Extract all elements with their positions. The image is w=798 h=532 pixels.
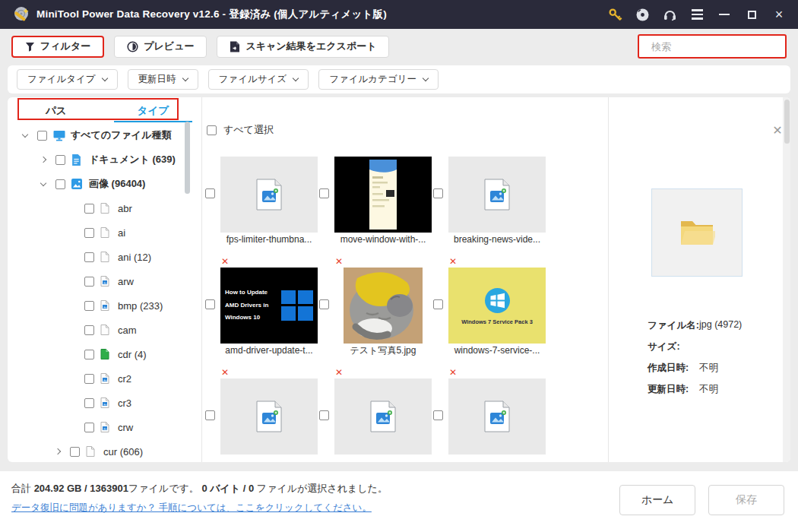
- tree-item-images[interactable]: 画像 (96404): [8, 172, 192, 196]
- file-type-dropdown[interactable]: ファイルタイプ: [17, 69, 118, 90]
- file-checkbox[interactable]: [433, 410, 443, 420]
- license-key-icon[interactable]: [603, 4, 626, 25]
- chevron-down-icon: [182, 75, 188, 81]
- chevron-down-icon: [293, 75, 299, 81]
- preview-eye-icon: [127, 41, 138, 52]
- tree-item-ai[interactable]: ai: [8, 220, 192, 245]
- chevron-right-icon[interactable]: [55, 448, 61, 454]
- tree-item-cr3[interactable]: cr3: [8, 391, 192, 415]
- tab-type[interactable]: タイプ: [105, 99, 202, 122]
- maximize-icon[interactable]: [740, 4, 763, 25]
- checkbox[interactable]: [84, 325, 94, 335]
- chevron-right-icon[interactable]: [40, 157, 46, 163]
- filter-button[interactable]: フィルター: [11, 36, 104, 58]
- minimize-icon[interactable]: [713, 4, 736, 25]
- close-panel-icon[interactable]: ✕: [771, 125, 784, 137]
- tree-item-ani[interactable]: ani (12): [8, 245, 192, 269]
- tree-item-all-file-types[interactable]: すべてのファイル種類: [8, 123, 192, 147]
- thumbnail-amd-banner: How to Update AMD Drivers in Windows 10: [220, 268, 318, 344]
- file-checkbox[interactable]: [433, 299, 443, 309]
- file-card[interactable]: ✕: [334, 368, 432, 462]
- checkbox[interactable]: [84, 204, 94, 214]
- panel-scrollbar[interactable]: [783, 97, 790, 462]
- grid-cell: ✕ Windows 7 Service Pack 3 windows-7-ser…: [433, 257, 547, 368]
- checkbox[interactable]: [84, 252, 94, 262]
- modified-date-dropdown[interactable]: 更新日時: [128, 69, 198, 90]
- preview-box: [651, 188, 743, 277]
- close-icon[interactable]: ×: [768, 4, 790, 25]
- sidebar-divider: [201, 97, 202, 462]
- grid-cell: ✕ How to Update AMD Drivers in Windows 1…: [205, 257, 319, 368]
- thumbnail-placeholder: [220, 378, 318, 454]
- file-checkbox[interactable]: [205, 410, 215, 420]
- dropdown-label: ファイルサイズ: [219, 73, 287, 86]
- file-icon: [86, 446, 99, 457]
- tree-item-cdr[interactable]: cdr (4): [8, 342, 192, 366]
- checkbox[interactable]: [84, 374, 94, 384]
- tree-item-cam[interactable]: cam: [8, 318, 192, 342]
- file-card[interactable]: move-window-with-...: [334, 146, 432, 257]
- help-link[interactable]: データ復旧に問題がありますか？ 手順については、ここをクリックしてください。: [11, 502, 372, 515]
- file-checkbox[interactable]: [433, 188, 443, 198]
- chevron-down-icon[interactable]: [40, 179, 46, 185]
- thumbnail-text: Windows 7 Service Pack 3: [461, 318, 533, 325]
- checkbox[interactable]: [70, 447, 80, 457]
- checkbox[interactable]: [84, 350, 94, 359]
- checkbox[interactable]: [55, 155, 65, 165]
- tree-item-label: cr2: [118, 373, 131, 385]
- checkbox[interactable]: [84, 423, 94, 432]
- file-name: fps-limiter-thumbna...: [220, 233, 318, 247]
- file-checkbox[interactable]: [205, 299, 215, 309]
- checkbox[interactable]: [84, 398, 94, 408]
- tree-item-cur[interactable]: cur (606): [8, 439, 192, 462]
- sidebar-scrollbar-thumb[interactable]: [185, 122, 190, 194]
- tree-item-crw[interactable]: crw: [8, 415, 192, 439]
- tree-item-documents[interactable]: ドキュメント (639): [8, 147, 192, 172]
- checkbox[interactable]: [84, 301, 94, 311]
- panel-scrollbar-thumb[interactable]: [784, 100, 790, 144]
- file-card[interactable]: breaking-news-vide...: [448, 146, 546, 257]
- export-file-icon: [230, 41, 240, 52]
- chevron-down-icon[interactable]: [22, 131, 28, 137]
- file-name: [334, 454, 432, 462]
- boot-media-disc-icon[interactable]: [631, 4, 654, 25]
- checkbox[interactable]: [55, 179, 65, 189]
- select-all-label: すべて選択: [223, 123, 274, 137]
- tree-item-bmp[interactable]: bmp (233): [8, 293, 192, 318]
- home-button[interactable]: ホーム: [619, 485, 695, 515]
- status-summary: 合計 204.92 GB / 1363901ファイルです。 0 バイト / 0 …: [11, 482, 388, 496]
- file-card[interactable]: ✕ Windows 7 Service Pack 3 windows-7-ser…: [448, 257, 546, 368]
- tree-item-cr2[interactable]: cr2: [8, 366, 192, 391]
- select-all-checkbox[interactable]: [207, 125, 217, 135]
- tree-item-arw[interactable]: arw: [8, 269, 192, 293]
- file-checkbox[interactable]: [205, 188, 215, 198]
- file-card[interactable]: ✕ テスト写真5.jpg: [334, 257, 432, 368]
- tree-item-abr[interactable]: abr: [8, 196, 192, 220]
- file-checkbox[interactable]: [319, 410, 329, 420]
- file-category-dropdown[interactable]: ファイルカテゴリー: [318, 69, 439, 90]
- file-checkbox[interactable]: [319, 188, 329, 198]
- file-card[interactable]: ✕ How to Update AMD Drivers in Windows 1…: [220, 257, 318, 368]
- save-button[interactable]: 保存: [708, 485, 784, 515]
- file-card[interactable]: fps-limiter-thumbna...: [220, 146, 318, 257]
- file-checkbox[interactable]: [319, 299, 329, 309]
- support-headset-icon[interactable]: [658, 4, 681, 25]
- menu-icon[interactable]: [686, 4, 708, 25]
- checkbox[interactable]: [84, 277, 94, 287]
- checkbox[interactable]: [84, 228, 94, 238]
- thumbnail-text: How to Update AMD Drivers in Windows 10: [225, 287, 268, 325]
- file-name: [220, 454, 318, 462]
- tab-path[interactable]: パス: [8, 99, 105, 122]
- file-details: ファイル名:jpg (4972) サイズ: 作成日時:不明 更新日時:不明: [648, 319, 742, 404]
- tree-item-label: ani (12): [118, 252, 151, 263]
- thumbnail-placeholder: [334, 378, 432, 454]
- checkbox[interactable]: [37, 131, 47, 141]
- file-size-dropdown[interactable]: ファイルサイズ: [208, 69, 309, 90]
- export-scan-results-button[interactable]: スキャン結果をエクスポート: [217, 36, 389, 58]
- file-grid: fps-limiter-thumbna... move-window-with-…: [205, 146, 616, 462]
- search-input[interactable]: [651, 41, 785, 52]
- preview-button[interactable]: プレビュー: [114, 36, 207, 58]
- file-card[interactable]: ✕: [448, 368, 546, 462]
- search-box[interactable]: [638, 34, 787, 59]
- file-card[interactable]: ✕: [220, 368, 318, 462]
